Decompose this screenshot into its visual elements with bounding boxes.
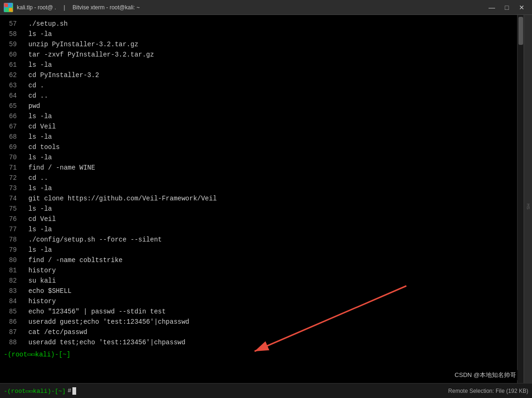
- line-number: 80: [4, 255, 21, 265]
- watermark: CSDN @本地知名帅哥: [453, 370, 518, 380]
- line-command: echo "123456" | passwd --stdin test: [21, 306, 166, 317]
- terminal-line: 75 ls -la: [2, 204, 515, 214]
- terminal-line: 62 cd PyInstaller-3.2: [2, 70, 515, 80]
- terminal-line: 63 cd .: [2, 80, 515, 91]
- title-left-text: kali.tlp - root@ .: [17, 4, 56, 11]
- line-command: ls -la: [21, 245, 52, 255]
- terminal-line: 87 cat /etc/passwd: [2, 327, 515, 337]
- scrollbar[interactable]: [517, 15, 524, 398]
- terminal-line: 71 find / -name WINE: [2, 163, 515, 173]
- title-right-text: Bitvise xterm - root@kali: ~: [72, 4, 140, 11]
- terminal-line: 80 find / -name cobltstrike: [2, 255, 515, 265]
- line-command: ls -la: [21, 132, 52, 142]
- line-command: cd ..: [21, 173, 48, 183]
- right-panel-label: HS: [526, 204, 531, 210]
- remote-selection-text: Remote Selection: File (192 KB): [448, 388, 528, 394]
- prompt-text: -(root▭▭kali)-[~]: [4, 387, 66, 395]
- terminal-container: 57 ./setup.sh58 ls -la59 unzip PyInstall…: [0, 15, 532, 398]
- line-number: 73: [4, 183, 21, 193]
- line-number: 76: [4, 214, 21, 224]
- terminal-line: 72 cd ..: [2, 173, 515, 183]
- window-controls: — □ ✕: [485, 2, 528, 13]
- terminal-line: 85 echo "123456" | passwd --stdin test: [2, 306, 515, 317]
- terminal-line: 82 su kali: [2, 276, 515, 286]
- line-command: cd Veil: [21, 121, 56, 132]
- maximize-button[interactable]: □: [500, 2, 513, 13]
- line-command: cd PyInstaller-3.2: [21, 70, 99, 80]
- right-panel: HS: [524, 15, 532, 398]
- line-command: ./config/setup.sh --force --silent: [21, 235, 162, 245]
- line-command: cd Veil: [21, 214, 56, 224]
- line-number: 88: [4, 337, 21, 348]
- line-number: 66: [4, 111, 21, 121]
- line-number: 86: [4, 317, 21, 327]
- line-number: 65: [4, 101, 21, 111]
- terminal-line: 68 ls -la: [2, 132, 515, 142]
- line-command: find / -name cobltstrike: [21, 255, 122, 265]
- svg-rect-1: [9, 4, 12, 7]
- line-number: 87: [4, 327, 21, 337]
- line-command: useradd test;echo 'test:123456'|chpasswd: [21, 337, 185, 348]
- line-number: 83: [4, 286, 21, 296]
- line-number: 82: [4, 276, 21, 286]
- scroll-thumb[interactable]: [518, 17, 523, 45]
- svg-rect-0: [5, 4, 8, 7]
- terminal-line: 67 cd Veil: [2, 121, 515, 132]
- line-command: ls -la: [21, 183, 52, 193]
- line-command: ls -la: [21, 29, 52, 39]
- line-command: history: [21, 296, 56, 306]
- line-number: 84: [4, 296, 21, 306]
- line-number: 79: [4, 245, 21, 255]
- line-command: ls -la: [21, 224, 52, 235]
- line-command: cd .: [21, 80, 44, 91]
- terminal-line: 69 cd tools: [2, 142, 515, 152]
- line-command: unzip PyInstaller-3.2.tar.gz: [21, 39, 138, 50]
- line-number: 70: [4, 152, 21, 163]
- line-command: tar -zxvf PyInstaller-3.2.tar.gz: [21, 50, 154, 60]
- line-number: 62: [4, 70, 21, 80]
- terminal-line: 57 ./setup.sh: [2, 19, 515, 29]
- app-icon: [4, 3, 13, 12]
- line-command: cd ..: [21, 91, 48, 101]
- close-button[interactable]: ✕: [515, 2, 528, 13]
- terminal-line: 88 useradd test;echo 'test:123456'|chpas…: [2, 337, 515, 348]
- line-number: 64: [4, 91, 21, 101]
- line-command: ls -la: [21, 60, 52, 70]
- line-command: pwd: [21, 101, 40, 111]
- terminal-line: 61 ls -la: [2, 60, 515, 70]
- line-command: find / -name WINE: [21, 163, 95, 173]
- minimize-button[interactable]: —: [485, 2, 498, 13]
- terminal-line: 77 ls -la: [2, 224, 515, 235]
- terminal-line: 81 history: [2, 265, 515, 276]
- terminal-main[interactable]: 57 ./setup.sh58 ls -la59 unzip PyInstall…: [0, 15, 517, 398]
- line-command: ./setup.sh: [21, 19, 68, 29]
- terminal-line: 65 pwd: [2, 101, 515, 111]
- line-number: 69: [4, 142, 21, 152]
- line-command: su kali: [21, 276, 56, 286]
- terminal-line: 58 ls -la: [2, 29, 515, 39]
- terminal-line: 76 cd Veil: [2, 214, 515, 224]
- cursor: [72, 387, 76, 395]
- terminal-line: 64 cd ..: [2, 91, 515, 101]
- title-bar: kali.tlp - root@ . | Bitvise xterm - roo…: [0, 0, 532, 15]
- terminal-line: 74 git clone https://github.com/Veil-Fra…: [2, 193, 515, 204]
- line-command: ls -la: [21, 111, 52, 121]
- line-number: 71: [4, 163, 21, 173]
- line-number: 57: [4, 19, 21, 29]
- terminal-line: 84 history: [2, 296, 515, 306]
- prompt-hash: #: [68, 387, 71, 394]
- title-bar-left: kali.tlp - root@ . | Bitvise xterm - roo…: [4, 3, 140, 12]
- line-number: 60: [4, 50, 21, 60]
- terminal-line: 83 echo $SHELL: [2, 286, 515, 296]
- terminal-line: 59 unzip PyInstaller-3.2.tar.gz: [2, 39, 515, 50]
- line-command: cat /etc/passwd: [21, 327, 87, 337]
- terminal-line: 66 ls -la: [2, 111, 515, 121]
- line-number: 59: [4, 39, 21, 50]
- svg-rect-3: [9, 8, 12, 11]
- terminal-line: 60 tar -zxvf PyInstaller-3.2.tar.gz: [2, 50, 515, 60]
- terminal-line: 79 ls -la: [2, 245, 515, 255]
- line-number: 63: [4, 80, 21, 91]
- line-number: 67: [4, 121, 21, 132]
- line-command: cd tools: [21, 142, 60, 152]
- terminal-line: 78 ./config/setup.sh --force --silent: [2, 235, 515, 245]
